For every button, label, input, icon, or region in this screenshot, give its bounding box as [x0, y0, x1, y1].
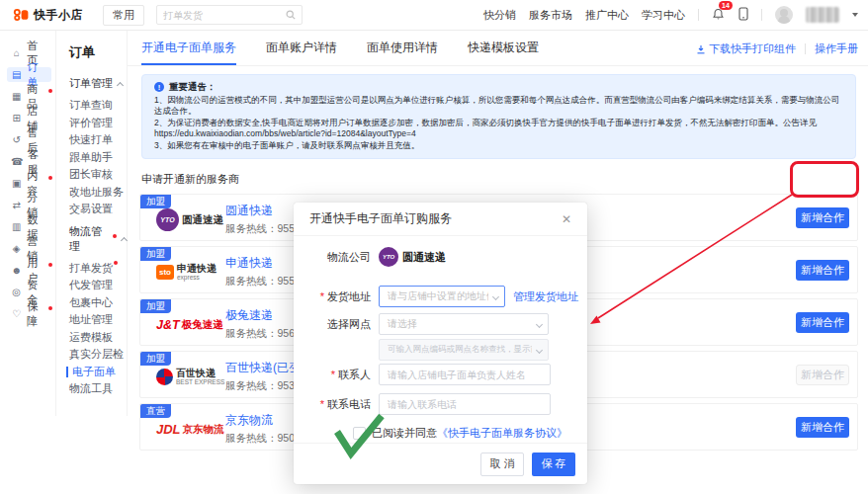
add-cooperation-button-disabled: 新增合作	[796, 365, 849, 385]
tab-waybill-usage-details[interactable]: 面单使用详情	[367, 40, 438, 65]
hotline-label: 服务热线：	[225, 275, 278, 287]
submenu-item-quick-print[interactable]: 快速打单	[69, 134, 113, 146]
select-placeholder: 可输入网点编码或网点名称查找，显示前200个搜索结果	[388, 344, 532, 356]
section-title: 申请开通新的服务商	[141, 172, 868, 187]
download-print-component-link[interactable]: 下载快手打印组件	[696, 41, 796, 56]
submenu-item-dropship[interactable]: 代发管理	[69, 280, 113, 291]
sidebar-item-shop[interactable]: 店铺	[7, 111, 51, 125]
yto-logo-icon: YTO	[379, 247, 398, 267]
submenu-item-address-change[interactable]: 改地址服务	[69, 187, 124, 199]
site-select[interactable]: 请选择	[379, 313, 549, 335]
nav-learning-center[interactable]: 学习中心	[642, 8, 685, 23]
notice-line: 2、为保证消费者的数据安全,快手电商近期将对用户订单数据逐步加密，数据加密后，商…	[154, 118, 843, 140]
submenu-item-review-management[interactable]: 评价管理	[69, 118, 113, 129]
add-cooperation-button[interactable]: 新增合作	[796, 312, 849, 333]
submenu-item-print-ship[interactable]: 打单发货	[69, 263, 113, 275]
logo-subtext: express	[177, 275, 217, 282]
marketing-icon	[11, 244, 22, 254]
contact-input[interactable]	[379, 364, 551, 385]
sidebar-item-goods[interactable]: 商品	[7, 89, 51, 104]
cancel-button[interactable]: 取 消	[480, 453, 524, 476]
submenu-item-logistics-tools[interactable]: 物流工具	[69, 383, 113, 395]
manual-link[interactable]: 操作手册	[815, 41, 858, 56]
sidebar-item-aftersale[interactable]: 售后	[7, 132, 51, 147]
select-placeholder: 请选择	[388, 317, 417, 331]
chevron-down-icon[interactable]	[852, 13, 858, 17]
submenu-item-e-waybill[interactable]: 电子面单	[69, 367, 116, 378]
save-button[interactable]: 保 存	[532, 453, 575, 476]
sidebar-item-users[interactable]: 用户	[7, 263, 51, 278]
sidebar-item-guarantee[interactable]: 保障	[7, 306, 51, 321]
site-search-select[interactable]: 可输入网点编码或网点名称查找，显示前200个搜索结果	[379, 339, 549, 361]
tab-open-ewaybill-service[interactable]: 开通电子面单服务	[141, 40, 236, 65]
group-label: 物流管理	[69, 224, 112, 254]
add-cooperation-button[interactable]: 新增合作	[796, 260, 849, 281]
app-logo[interactable]: 快手小店	[13, 7, 83, 24]
submenu-item-trade-settings[interactable]: 交易设置	[69, 204, 113, 215]
manage-address-link[interactable]: 管理发货地址	[513, 289, 578, 304]
page: { "header": { "brand": "快手小店", "quick_la…	[0, 0, 868, 494]
nav-service-market[interactable]: 服务市场	[529, 8, 572, 23]
submenu-item-address-management[interactable]: 地址管理	[69, 314, 113, 326]
submenu-item-order-assistant[interactable]: 跟单助手	[69, 152, 113, 164]
search-icon	[286, 10, 296, 20]
sidebar-item-funds[interactable]: 资金	[7, 285, 51, 299]
tab-express-template-settings[interactable]: 快递模板设置	[468, 40, 539, 65]
users-icon	[11, 266, 22, 276]
submenu-item-parcel-center[interactable]: 包裹中心	[69, 297, 113, 309]
agree-label: 已阅读并同意	[372, 427, 437, 439]
account-name-redacted	[806, 7, 839, 23]
notice-title-row: ! 重要通告：	[154, 81, 843, 94]
agree-checkbox[interactable]	[353, 427, 366, 440]
group-logistics-management[interactable]: 物流管理	[69, 224, 127, 254]
avatar[interactable]	[775, 6, 793, 24]
logo-text: 申通快递	[177, 264, 217, 275]
open-ewaybill-modal: 开通快手电子面单订购服务 ✕ 物流公司 YTO 圆通速递 发货地址 请与店铺中设…	[294, 203, 587, 484]
nav-distribution[interactable]: 快分销	[483, 8, 516, 23]
phone-input[interactable]	[379, 393, 551, 415]
submenu-item-order-query[interactable]: 订单查询	[69, 100, 113, 112]
sidebar-item-marketing[interactable]: 营销	[7, 241, 51, 256]
sidebar-item-data[interactable]: 数据	[7, 219, 51, 234]
group-order-management[interactable]: 订单管理	[69, 76, 123, 91]
jt-logo: J&T 极兔速递	[156, 318, 217, 332]
add-cooperation-button[interactable]: 新增合作	[796, 417, 849, 438]
sidebar-item-orders[interactable]: 订单	[7, 67, 51, 82]
sidebar-item-home[interactable]: 首页	[7, 45, 51, 60]
submenu-item-freight-template[interactable]: 运费模板	[69, 332, 113, 344]
quick-menu-button[interactable]: 常用	[103, 5, 144, 26]
notification-dot	[48, 306, 52, 310]
nav-promotion-center[interactable]: 推广中心	[585, 8, 629, 23]
notification-dot	[48, 176, 52, 180]
header-nav: 快分销 服务市场 推广中心 学习中心 14	[483, 6, 858, 24]
sidebar-item-content[interactable]: 内容	[7, 176, 51, 191]
search-input[interactable]	[163, 10, 286, 21]
field-label: 联系人	[302, 368, 371, 382]
add-cooperation-button[interactable]: 新增合作	[796, 207, 849, 228]
close-icon[interactable]: ✕	[562, 212, 571, 226]
tab-waybill-account-details[interactable]: 面单账户详情	[266, 40, 337, 65]
notifications-bell[interactable]: 14	[712, 8, 726, 22]
distribution-icon	[11, 201, 22, 210]
group-label: 订单管理	[69, 76, 113, 91]
mobile-app-entry[interactable]	[738, 7, 748, 23]
sidebar-item-distribution[interactable]: 分销	[7, 198, 51, 212]
guarantee-icon	[11, 309, 22, 319]
ship-address-select[interactable]: 请与店铺中设置的地址保持一致	[379, 286, 505, 307]
submenu-item-leader-review[interactable]: 团长审核	[69, 169, 113, 181]
important-notice: ! 重要通告： 1、因物流公司的运营模式的不同，其中加盟型运营公司是以网点为单位…	[141, 74, 856, 159]
service-agreement-link[interactable]: 《快手电子面单服务协议》	[437, 427, 567, 439]
global-search[interactable]	[156, 5, 303, 25]
notification-dot	[113, 234, 117, 238]
sidebar-item-customer-service[interactable]: 客服	[7, 154, 51, 169]
sto-logo: sto 申通快递 express	[156, 264, 217, 281]
site-search-row: 可输入网点编码或网点名称查找，显示前200个搜索结果	[302, 339, 579, 361]
download-icon	[696, 44, 706, 54]
submenu-item-quality-check[interactable]: 真实分层检	[69, 349, 124, 361]
notification-badge: 14	[719, 1, 733, 10]
field-label: 物流公司	[302, 250, 371, 265]
field-label: 发货地址	[302, 289, 371, 304]
content-icon	[11, 179, 22, 189]
submenu-title: 订单	[69, 43, 127, 61]
goods-icon	[11, 92, 22, 102]
